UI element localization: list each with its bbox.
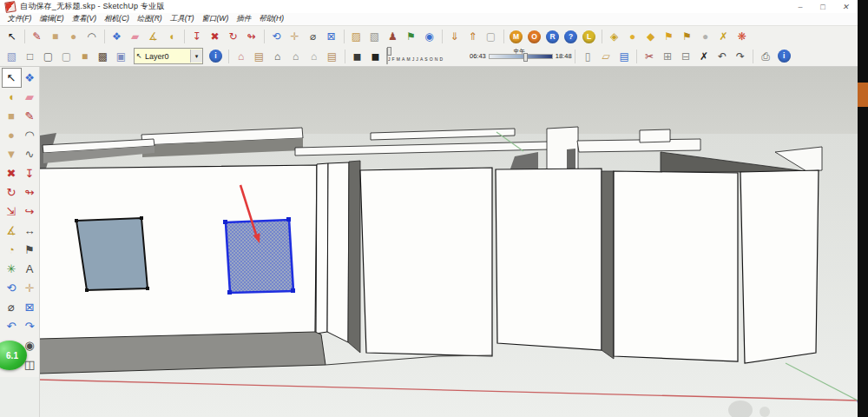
- gray-sphere-plugin-icon[interactable]: ●: [696, 28, 714, 45]
- paint-bucket-tool[interactable]: ◖: [2, 87, 22, 107]
- print-icon[interactable]: ⎙: [757, 48, 775, 65]
- swirl-plugin-icon[interactable]: ❋: [733, 28, 751, 45]
- previous-view-tool[interactable]: ↶: [2, 316, 22, 336]
- get-models-icon[interactable]: ⇓: [445, 28, 464, 45]
- time-slider-track[interactable]: 中午: [489, 54, 553, 59]
- plugin-badge-l[interactable]: L: [582, 30, 595, 43]
- shadow-date-slider[interactable]: JFMAMJJASOND: [386, 49, 466, 64]
- menu-window[interactable]: 窗口(W): [198, 14, 233, 24]
- menu-tools[interactable]: 工具(T): [166, 14, 198, 24]
- rotate-tool[interactable]: ↻: [2, 182, 22, 202]
- gem-plugin-icon[interactable]: ◆: [641, 28, 660, 45]
- select-tool-icon[interactable]: ↖: [3, 28, 21, 45]
- orbit-tool[interactable]: ⟲: [2, 278, 22, 298]
- component-box-icon[interactable]: ▢: [482, 28, 500, 45]
- line-tool[interactable]: ✎: [20, 106, 40, 126]
- circle-tool[interactable]: ●: [2, 125, 22, 145]
- 3d-text-tool[interactable]: A: [20, 259, 40, 279]
- model-info-icon[interactable]: i: [778, 50, 791, 63]
- wall-return[interactable]: [327, 162, 349, 342]
- new-file-icon[interactable]: ▯: [579, 48, 597, 65]
- tape-measure-icon[interactable]: ∡: [144, 28, 162, 45]
- sphere-plugin-icon[interactable]: ●: [623, 28, 641, 45]
- polygon-tool[interactable]: ▼: [2, 144, 22, 164]
- match-photo-icon[interactable]: ▨: [347, 28, 365, 45]
- hidden-line-style-icon[interactable]: ▢: [39, 48, 57, 65]
- make-component-tool[interactable]: ❖: [20, 68, 40, 88]
- shadow-toggle-icon[interactable]: ◼: [366, 48, 385, 65]
- eraser-tool[interactable]: ▰: [20, 87, 40, 107]
- pan-tool-icon[interactable]: ✛: [286, 28, 304, 45]
- date-slider-handle[interactable]: [387, 47, 391, 56]
- styles-icon[interactable]: ▧: [365, 28, 384, 45]
- menu-draw[interactable]: 绘图(R): [133, 14, 166, 24]
- push-pull-tool[interactable]: ↧: [20, 163, 40, 183]
- text-tool[interactable]: ⚑: [20, 240, 40, 260]
- copy-icon[interactable]: ⊞: [659, 48, 677, 65]
- plugin-badge-help[interactable]: ?: [564, 30, 577, 43]
- add-location-icon[interactable]: ⚑: [402, 28, 420, 45]
- cross-arrows-plugin-icon[interactable]: ✗: [714, 28, 733, 45]
- zoom-extents-tool[interactable]: ⊠: [20, 297, 40, 317]
- zoom-extents-icon[interactable]: ⊠: [322, 28, 340, 45]
- push-pull-tool-icon[interactable]: ↧: [187, 28, 206, 45]
- follow-me-tool[interactable]: ↬: [20, 182, 40, 202]
- plugin-badge-r[interactable]: R: [546, 30, 559, 43]
- zoom-tool-icon[interactable]: ⌀: [304, 28, 322, 45]
- rectangle-tool-icon[interactable]: ■: [46, 28, 64, 45]
- front-view-icon[interactable]: ⌂: [268, 48, 286, 65]
- arc-tool[interactable]: ◠: [20, 125, 40, 145]
- redo-icon[interactable]: ↷: [732, 48, 750, 65]
- chevron-down-icon[interactable]: ▾: [190, 50, 202, 63]
- window-selected[interactable]: [223, 217, 295, 295]
- layers-panel-icon[interactable]: i: [209, 50, 222, 63]
- wall-panel-4[interactable]: [614, 171, 738, 361]
- left-view-icon[interactable]: ▤: [323, 48, 341, 65]
- undo-icon[interactable]: ↶: [713, 48, 732, 65]
- menu-file[interactable]: 文件(F): [3, 14, 36, 24]
- rectangle-tool[interactable]: ■: [2, 106, 22, 126]
- google-earth-icon[interactable]: ◉: [420, 28, 438, 45]
- menu-camera[interactable]: 相机(C): [101, 14, 134, 24]
- axes-tool[interactable]: ✳: [2, 259, 22, 279]
- wireframe-style-icon[interactable]: □: [21, 48, 39, 65]
- select-tool[interactable]: ↖: [2, 68, 22, 88]
- plugin-badge-m[interactable]: M: [510, 30, 523, 43]
- paste-icon[interactable]: ⊟: [677, 48, 695, 65]
- move-tool-icon[interactable]: ✖: [206, 28, 224, 45]
- iso-view-icon[interactable]: ⌂: [232, 48, 250, 65]
- maximize-button[interactable]: □: [818, 3, 828, 11]
- back-view-icon[interactable]: ⌂: [305, 48, 323, 65]
- flag-plugin-icon[interactable]: ⚑: [660, 28, 678, 45]
- layer-dropdown[interactable]: ↖ Layer0 ▾: [134, 48, 203, 64]
- close-button[interactable]: ✕: [840, 3, 851, 11]
- make-component-icon[interactable]: ❖: [108, 28, 126, 45]
- shaded-style-icon[interactable]: ■: [76, 48, 94, 65]
- plugin-badge-marker[interactable]: O: [528, 30, 541, 43]
- pan-tool[interactable]: ✛: [20, 278, 40, 298]
- menu-help[interactable]: 帮助(H): [255, 14, 288, 24]
- model-viewport[interactable]: [39, 66, 858, 417]
- wall-pillar[interactable]: [316, 163, 328, 334]
- window-plain[interactable]: [75, 216, 149, 292]
- wall-panel-5[interactable]: [740, 170, 819, 363]
- back-edges-style-icon[interactable]: ▢: [57, 48, 76, 65]
- dimension-tool[interactable]: ↔: [20, 221, 40, 241]
- top-view-icon[interactable]: ▤: [250, 48, 268, 65]
- line-tool-icon[interactable]: ✎: [28, 28, 46, 45]
- cut-icon[interactable]: ✂: [641, 48, 659, 65]
- freehand-tool[interactable]: ∿: [20, 144, 40, 164]
- circle-tool-icon[interactable]: ●: [64, 28, 82, 45]
- share-model-icon[interactable]: ⇑: [464, 28, 482, 45]
- monochrome-style-icon[interactable]: ▣: [112, 48, 130, 65]
- paint-bucket-icon[interactable]: ◖: [162, 28, 181, 45]
- wall-panel-3[interactable]: [496, 169, 602, 350]
- save-file-icon[interactable]: ▤: [615, 48, 634, 65]
- viewport-canvas[interactable]: [39, 66, 858, 417]
- flag2-plugin-icon[interactable]: ⚑: [678, 28, 696, 45]
- zoom-tool[interactable]: ⌀: [2, 297, 22, 317]
- eraser-tool-icon[interactable]: ▰: [126, 28, 144, 45]
- menu-plugins[interactable]: 插件: [233, 14, 255, 24]
- delete-icon[interactable]: ✗: [695, 48, 713, 65]
- menu-edit[interactable]: 编辑(E): [36, 14, 68, 24]
